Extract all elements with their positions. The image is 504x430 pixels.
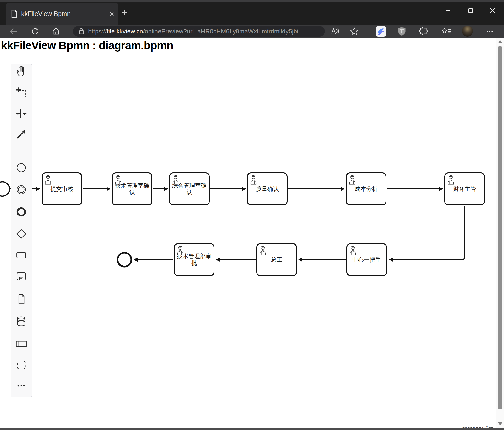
bpmn-task-4[interactable]: 质量确认: [247, 172, 288, 206]
tab-close-icon[interactable]: [109, 11, 115, 17]
scrollbar-thumb[interactable]: [497, 46, 502, 410]
create-participant-icon[interactable]: [15, 338, 27, 350]
create-subprocess-icon[interactable]: [15, 270, 27, 282]
browser-tab[interactable]: kkFileView Bpmn: [6, 3, 118, 25]
window-close-button[interactable]: [487, 6, 498, 15]
scrollbar-down-arrow[interactable]: [498, 422, 502, 425]
create-gateway-icon[interactable]: [15, 228, 27, 240]
window-top-edge: [0, 0, 504, 2]
create-start-event-icon[interactable]: [15, 161, 27, 174]
create-data-object-icon[interactable]: [15, 293, 27, 305]
bpmn-task-7[interactable]: 中心一把手: [346, 243, 387, 276]
create-intermediate-event-icon[interactable]: [15, 183, 27, 196]
user-task-person-icon: [349, 175, 356, 185]
bpmn-task-8[interactable]: 总工: [256, 243, 297, 276]
user-task-person-icon: [349, 245, 357, 255]
bpmn-task-5[interactable]: 成本分析: [346, 172, 387, 206]
bpmn-task-9[interactable]: 技术管理部审批: [174, 243, 215, 276]
url-path: /onlinePreview?url=aHR0cHM6Ly9maWxlLmtrd…: [143, 28, 304, 35]
task-label: 中心一把手: [351, 256, 382, 263]
user-task-person-icon: [114, 175, 122, 185]
user-task-person-icon: [177, 245, 184, 255]
create-task-icon[interactable]: [15, 249, 27, 261]
user-task-person-icon: [250, 175, 257, 185]
shield-t-extension-icon[interactable]: [396, 25, 408, 37]
bpmn-palette: [10, 64, 32, 397]
url-scheme: https://: [88, 28, 107, 35]
url-host: file.kkview.cn: [107, 28, 143, 35]
page-content: kkFileView Bpmn : diagram.bpmn 提交审核: [0, 38, 504, 430]
browser-titlebar: kkFileView Bpmn: [0, 0, 504, 25]
browser-toolbar: https://file.kkview.cn/onlinePreview?url…: [0, 25, 504, 38]
task-label: 提交审核: [49, 186, 74, 192]
collections-star-icon[interactable]: [440, 25, 452, 37]
task-label: 成本分析: [354, 186, 378, 192]
window-minimize-button[interactable]: [443, 6, 454, 15]
hand-tool-icon[interactable]: [15, 65, 27, 77]
home-icon[interactable]: [50, 25, 62, 37]
start-event[interactable]: [0, 182, 9, 196]
tab-title: kkFileView Bpmn: [21, 10, 109, 18]
task-label: 财务主管: [452, 186, 477, 192]
bpmn-task-2[interactable]: 技术管理室确认: [112, 172, 153, 206]
extension-bird-icon[interactable]: [375, 25, 387, 37]
task-label: 总工: [270, 256, 283, 263]
extensions-puzzle-icon[interactable]: [417, 25, 429, 37]
back-icon[interactable]: [8, 25, 20, 37]
refresh-icon[interactable]: [29, 25, 41, 37]
lock-icon[interactable]: [78, 27, 85, 35]
user-task-person-icon: [447, 175, 455, 185]
end-event[interactable]: [117, 253, 131, 267]
favorite-star-icon[interactable]: [348, 25, 360, 37]
create-group-icon[interactable]: [15, 359, 27, 371]
create-data-store-icon[interactable]: [15, 315, 27, 328]
bpmn-task-3[interactable]: 综合管理室确认: [169, 172, 210, 206]
scrollbar-up-arrow[interactable]: [498, 40, 502, 43]
bottom-edge-bar: [0, 428, 504, 430]
palette-more-icon[interactable]: [15, 379, 27, 392]
bpmn-task-6[interactable]: 财务主管: [444, 172, 485, 206]
palette-separator: [14, 152, 28, 152]
url-text: https://file.kkview.cn/onlinePreview?url…: [88, 28, 303, 35]
bpmn-task-1[interactable]: 提交审核: [42, 172, 82, 206]
task-label: 质量确认: [255, 186, 280, 192]
page-file-icon: [11, 9, 18, 18]
read-aloud-icon[interactable]: [329, 25, 341, 37]
bpmn-canvas[interactable]: [0, 38, 504, 430]
space-tool-icon[interactable]: [15, 108, 27, 120]
toolbar-divider: [434, 27, 434, 35]
global-connect-tool-icon[interactable]: [15, 128, 27, 141]
profile-avatar[interactable]: [462, 26, 473, 36]
new-tab-icon[interactable]: [121, 9, 127, 16]
lasso-tool-icon[interactable]: [15, 87, 27, 99]
user-task-person-icon: [259, 245, 267, 255]
user-task-person-icon: [44, 175, 52, 185]
window-maximize-button[interactable]: [465, 6, 476, 15]
settings-more-icon[interactable]: [484, 25, 496, 37]
address-bar[interactable]: https://file.kkview.cn/onlinePreview?url…: [73, 26, 325, 36]
sequence-flow[interactable]: [389, 206, 465, 260]
create-end-event-icon[interactable]: [15, 206, 27, 218]
user-task-person-icon: [172, 175, 179, 185]
